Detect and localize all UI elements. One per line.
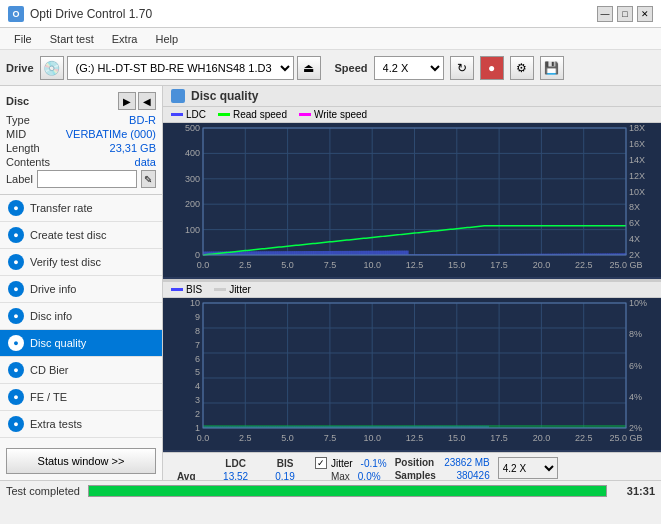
fe-te-label: FE / TE	[30, 391, 67, 403]
label-key: Label	[6, 173, 33, 185]
jitter-max-val: 0.0%	[358, 471, 381, 480]
disc-btn-2[interactable]: ◀	[138, 92, 156, 110]
chart-icon	[171, 89, 185, 103]
label-edit-btn[interactable]: ✎	[141, 170, 156, 188]
menu-file[interactable]: File	[6, 31, 40, 47]
position-section: Position 23862 MB Samples 380426	[395, 457, 490, 480]
drive-info-label: Drive info	[30, 283, 76, 295]
transfer-rate-label: Transfer rate	[30, 202, 93, 214]
chart-title: Disc quality	[191, 89, 258, 103]
menu-start-test[interactable]: Start test	[42, 31, 102, 47]
charts-container: BIS Jitter	[163, 123, 661, 452]
titlebar-left: O Opti Drive Control 1.70	[8, 6, 152, 22]
lower-chart	[163, 298, 661, 452]
jitter-legend-dot	[214, 288, 226, 291]
upper-legend: LDC Read speed Write speed	[163, 107, 661, 123]
contents-label: Contents	[6, 156, 50, 168]
settings-button[interactable]: ⚙	[510, 56, 534, 80]
sidebar-item-disc-quality[interactable]: ●Disc quality	[0, 330, 162, 357]
speed-label: Speed	[335, 62, 368, 74]
sidebar-item-extra-tests[interactable]: ●Extra tests	[0, 411, 162, 438]
main-content: Disc ▶ ◀ Type BD-R MID VERBATIMe (000) L…	[0, 86, 661, 480]
drive-select[interactable]: (G:) HL-DT-ST BD-RE WH16NS48 1.D3	[67, 56, 294, 80]
burn-button[interactable]: ●	[480, 56, 504, 80]
length-value: 23,31 GB	[110, 142, 156, 154]
jitter-max-label: Max	[331, 471, 350, 480]
stats-panel: LDC BIS Avg 13.52 0.19 Max 465 9 Total	[163, 452, 661, 480]
transfer-rate-icon: ●	[8, 200, 24, 216]
lower-chart-canvas	[163, 298, 661, 450]
create-test-disc-icon: ●	[8, 227, 24, 243]
disc-quality-label: Disc quality	[30, 337, 86, 349]
position-label: Position	[395, 457, 434, 468]
jitter-checkbox[interactable]: ✓	[315, 457, 327, 469]
lower-legend: BIS Jitter	[163, 281, 661, 298]
disc-panel: Disc ▶ ◀ Type BD-R MID VERBATIMe (000) L…	[0, 86, 162, 195]
mid-value: VERBATIMe (000)	[66, 128, 156, 140]
position-value: 23862 MB	[444, 457, 490, 468]
cd-bier-label: CD Bier	[30, 364, 69, 376]
maximize-button[interactable]: □	[617, 6, 633, 22]
menu-extra[interactable]: Extra	[104, 31, 146, 47]
sidebar-item-transfer-rate[interactable]: ●Transfer rate	[0, 195, 162, 222]
extra-tests-icon: ●	[8, 416, 24, 432]
speed-dropdown[interactable]: 4.2 X	[498, 457, 558, 479]
read-speed-legend: Read speed	[218, 109, 287, 120]
upper-chart	[163, 123, 661, 281]
drive-info-icon: ●	[8, 281, 24, 297]
length-label: Length	[6, 142, 40, 154]
close-button[interactable]: ✕	[637, 6, 653, 22]
fe-te-icon: ●	[8, 389, 24, 405]
write-legend-dot	[299, 113, 311, 116]
write-speed-legend: Write speed	[299, 109, 367, 120]
samples-value: 380426	[456, 470, 489, 480]
disc-quality-icon: ●	[8, 335, 24, 351]
extra-tests-label: Extra tests	[30, 418, 82, 430]
verify-test-disc-icon: ●	[8, 254, 24, 270]
status-window-button[interactable]: Status window >>	[6, 448, 156, 474]
sidebar-item-drive-info[interactable]: ●Drive info	[0, 276, 162, 303]
sidebar-item-disc-info[interactable]: ●Disc info	[0, 303, 162, 330]
samples-label: Samples	[395, 470, 436, 480]
sidebar-item-fe-te[interactable]: ●FE / TE	[0, 384, 162, 411]
drive-icon-btn[interactable]: 💿	[40, 56, 64, 80]
app-icon: O	[8, 6, 24, 22]
sidebar-item-verify-test-disc[interactable]: ●Verify test disc	[0, 249, 162, 276]
chart-area: Disc quality LDC Read speed Write speed	[163, 86, 661, 480]
samples-row: Samples 380426	[395, 470, 490, 480]
speed-select[interactable]: 4.2 X	[374, 56, 444, 80]
stats-table: LDC BIS Avg 13.52 0.19 Max 465 9 Total	[169, 457, 307, 480]
bis-legend-label: BIS	[186, 284, 202, 295]
menubar: File Start test Extra Help	[0, 28, 661, 50]
jitter-legend-label: Jitter	[229, 284, 251, 295]
label-input[interactable]	[37, 170, 137, 188]
read-legend-dot	[218, 113, 230, 116]
bis-legend: BIS	[171, 284, 202, 295]
progress-bar-container	[88, 485, 607, 497]
drive-label: Drive	[6, 62, 34, 74]
jitter-label: Jitter	[331, 458, 353, 469]
ldc-legend-label: LDC	[186, 109, 206, 120]
save-button[interactable]: 💾	[540, 56, 564, 80]
disc-info-label: Disc info	[30, 310, 72, 322]
window-controls: — □ ✕	[597, 6, 653, 22]
disc-btn-1[interactable]: ▶	[118, 92, 136, 110]
minimize-button[interactable]: —	[597, 6, 613, 22]
avg-bis: 0.19	[263, 470, 307, 480]
eject-button[interactable]: ⏏	[297, 56, 321, 80]
sidebar-item-cd-bier[interactable]: ●CD Bier	[0, 357, 162, 384]
refresh-button[interactable]: ↻	[450, 56, 474, 80]
jitter-max-row: Max 0.0%	[315, 471, 387, 480]
read-legend-label: Read speed	[233, 109, 287, 120]
create-test-disc-label: Create test disc	[30, 229, 106, 241]
contents-value: data	[135, 156, 156, 168]
avg-ldc: 13.52	[208, 470, 263, 480]
bis-legend-dot	[171, 288, 183, 291]
app-title: Opti Drive Control 1.70	[30, 7, 152, 21]
avg-row-label: Avg	[169, 470, 208, 480]
time-display: 31:31	[615, 485, 655, 497]
type-value: BD-R	[129, 114, 156, 126]
position-row: Position 23862 MB	[395, 457, 490, 468]
menu-help[interactable]: Help	[147, 31, 186, 47]
sidebar-item-create-test-disc[interactable]: ●Create test disc	[0, 222, 162, 249]
